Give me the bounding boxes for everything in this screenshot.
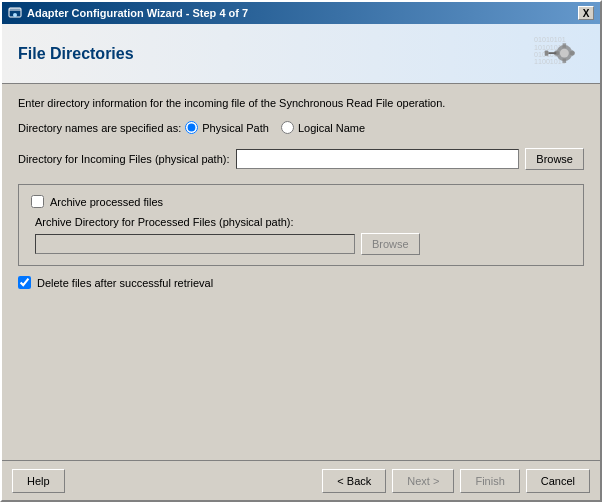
footer: Help < Back Next > Finish Cancel xyxy=(2,460,600,500)
radio-physical-label: Physical Path xyxy=(202,122,269,134)
info-text: Enter directory information for the inco… xyxy=(18,96,584,111)
incoming-files-row: Directory for Incoming Files (physical p… xyxy=(18,148,584,170)
radio-row: Directory names are specified as: Physic… xyxy=(18,121,584,134)
delete-checkbox[interactable] xyxy=(18,276,31,289)
archive-section: Archive processed files Archive Director… xyxy=(18,184,584,266)
archive-checkbox[interactable] xyxy=(31,195,44,208)
wizard-window: Adapter Configuration Wizard - Step 4 of… xyxy=(0,0,602,502)
radio-logical-option[interactable]: Logical Name xyxy=(281,121,365,134)
radio-group: Physical Path Logical Name xyxy=(185,121,365,134)
window-title: Adapter Configuration Wizard - Step 4 of… xyxy=(27,7,248,19)
wizard-header: File Directories 01010101 10101010 01010… xyxy=(2,24,600,84)
directory-names-label: Directory names are specified as: xyxy=(18,122,181,134)
radio-physical[interactable] xyxy=(185,121,198,134)
archive-dir-label: Archive Directory for Processed Files (p… xyxy=(31,216,571,228)
finish-button[interactable]: Finish xyxy=(460,469,519,493)
title-bar-left: Adapter Configuration Wizard - Step 4 of… xyxy=(8,6,248,20)
close-button[interactable]: X xyxy=(578,6,594,20)
footer-left: Help xyxy=(12,469,65,493)
back-button[interactable]: < Back xyxy=(322,469,386,493)
page-title: File Directories xyxy=(18,45,134,63)
browse-button[interactable]: Browse xyxy=(525,148,584,170)
next-button[interactable]: Next > xyxy=(392,469,454,493)
delete-checkbox-label[interactable]: Delete files after successful retrieval xyxy=(37,277,213,289)
svg-point-8 xyxy=(560,48,569,57)
radio-physical-option[interactable]: Physical Path xyxy=(185,121,269,134)
title-bar: Adapter Configuration Wizard - Step 4 of… xyxy=(2,2,600,24)
svg-rect-10 xyxy=(563,58,567,62)
incoming-files-label: Directory for Incoming Files (physical p… xyxy=(18,153,230,165)
incoming-files-input[interactable] xyxy=(236,149,520,169)
delete-checkbox-row: Delete files after successful retrieval xyxy=(18,276,584,289)
header-icon-area: 01010101 10101010 01010011 11001010 xyxy=(534,31,584,76)
archive-checkbox-row: Archive processed files xyxy=(31,195,571,208)
archive-dir-input[interactable] xyxy=(35,234,355,254)
footer-right: < Back Next > Finish Cancel xyxy=(322,469,590,493)
wizard-icon xyxy=(8,6,22,20)
svg-rect-9 xyxy=(563,43,567,47)
archive-browse-button[interactable]: Browse xyxy=(361,233,420,255)
radio-logical[interactable] xyxy=(281,121,294,134)
archive-checkbox-label[interactable]: Archive processed files xyxy=(50,196,163,208)
archive-field-row: Browse xyxy=(31,233,571,255)
help-button[interactable]: Help xyxy=(12,469,65,493)
cancel-button[interactable]: Cancel xyxy=(526,469,590,493)
svg-point-2 xyxy=(13,13,17,17)
radio-logical-label: Logical Name xyxy=(298,122,365,134)
content-area: Enter directory information for the inco… xyxy=(2,84,600,460)
svg-rect-1 xyxy=(9,8,21,11)
svg-rect-18 xyxy=(545,50,549,55)
